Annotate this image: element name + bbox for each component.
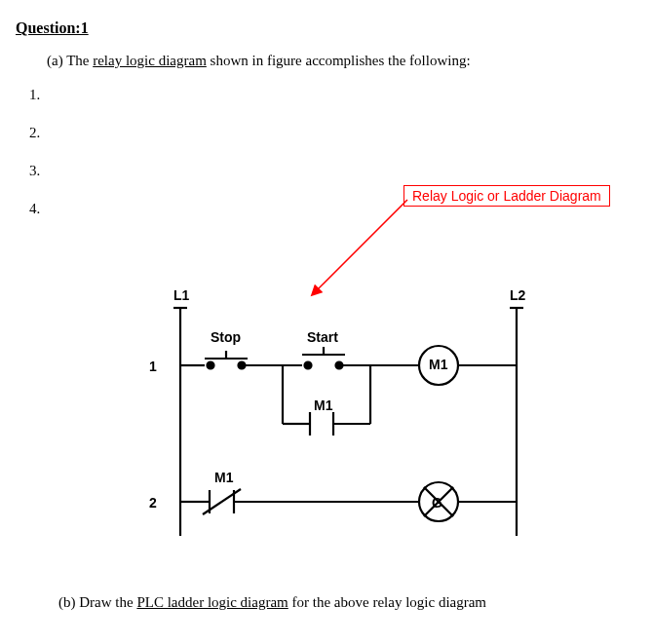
question-heading: Question:1	[16, 19, 637, 37]
coil-m1-label: M1	[429, 357, 447, 372]
list-item-3: 3.	[29, 163, 637, 179]
indicator-g-label: G	[432, 495, 442, 511]
part-a-underlined: relay logic diagram	[93, 53, 207, 68]
ladder-diagram: L1 L2 1 2 Stop Start M1 M1 M1 G	[88, 283, 575, 575]
left-rail-label: L1	[173, 287, 189, 303]
start-label: Start	[307, 329, 338, 345]
svg-point-8	[239, 362, 246, 369]
right-rail-label: L2	[510, 287, 525, 303]
list-item-1: 1.	[29, 87, 637, 103]
part-b-prefix: (b) Draw the	[58, 594, 136, 610]
rung-1-number: 1	[149, 359, 157, 374]
part-b-underlined: PLC ladder logic diagram	[136, 594, 288, 610]
annotation-box: Relay Logic or Ladder Diagram	[403, 185, 610, 207]
list-item-2: 2.	[29, 125, 637, 141]
part-a-text: (a) The relay logic diagram shown in fig…	[47, 53, 637, 69]
nc-contact-label: M1	[214, 470, 233, 485]
stop-label: Stop	[211, 329, 241, 345]
svg-point-13	[336, 362, 343, 369]
part-a-suffix: shown in figure accomplishes the followi…	[207, 53, 471, 68]
svg-point-12	[305, 362, 312, 369]
part-b-text: (b) Draw the PLC ladder logic diagram fo…	[58, 594, 486, 611]
ladder-diagram-svg	[88, 283, 575, 565]
part-a-prefix: (a) The	[47, 53, 93, 68]
rung-2-number: 2	[149, 495, 157, 511]
seal-contact-label: M1	[314, 398, 332, 413]
part-b-suffix: for the above relay logic diagram	[288, 594, 486, 610]
svg-point-7	[208, 362, 214, 369]
